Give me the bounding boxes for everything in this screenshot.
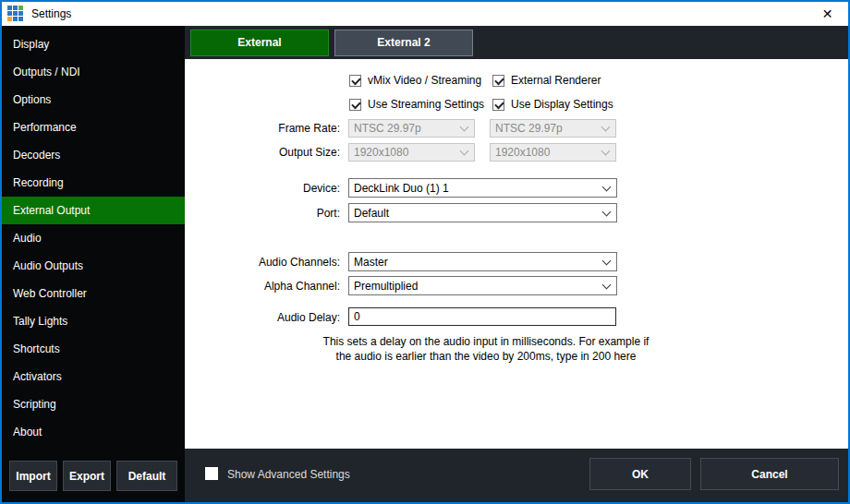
external-tabs-bar: External External 2 — [185, 26, 848, 59]
sidebar-item-decoders[interactable]: Decoders — [2, 141, 185, 169]
alpha-channel-label: Alpha Channel: — [185, 280, 340, 293]
sidebar-item-shortcuts[interactable]: Shortcuts — [2, 335, 185, 363]
sidebar-item-options[interactable]: Options — [2, 86, 185, 114]
import-button[interactable]: Import — [9, 461, 57, 491]
chevron-down-icon — [602, 207, 612, 216]
audio-channels-select[interactable]: Master — [348, 252, 617, 271]
close-icon[interactable]: ✕ — [807, 2, 848, 26]
cancel-button[interactable]: Cancel — [700, 458, 839, 490]
sidebar-item-recording[interactable]: Recording — [2, 169, 185, 197]
port-select[interactable]: Default — [348, 203, 617, 222]
show-advanced-settings-label: Show Advanced Settings — [227, 468, 350, 481]
sidebar-item-web-controller[interactable]: Web Controller — [2, 280, 185, 307]
sidebar-item-outputs-ndi[interactable]: Outputs / NDI — [2, 58, 185, 86]
sidebar-item-scripting[interactable]: Scripting — [2, 390, 185, 418]
audio-delay-input[interactable] — [348, 307, 616, 326]
export-button[interactable]: Export — [63, 461, 111, 491]
frame-rate-select-2: NTSC 29.97p — [490, 119, 616, 138]
vmix-logo-icon — [7, 6, 24, 22]
tab-external[interactable]: External — [190, 30, 329, 56]
window-title: Settings — [31, 7, 71, 20]
chevron-down-icon — [602, 280, 612, 289]
sidebar-item-activators[interactable]: Activators — [2, 363, 185, 390]
alpha-channel-select[interactable]: Premultiplied — [348, 276, 617, 295]
audio-delay-help-text: This sets a delay on the audio input in … — [314, 334, 658, 364]
audio-delay-label: Audio Delay: — [185, 311, 340, 324]
port-label: Port: — [185, 207, 340, 220]
vmix-video-streaming-label: vMix Video / Streaming — [368, 74, 481, 87]
sidebar-item-about[interactable]: About — [2, 418, 185, 446]
audio-channels-label: Audio Channels: — [185, 256, 340, 269]
chevron-down-icon — [460, 147, 469, 156]
sidebar-item-tally-lights[interactable]: Tally Lights — [2, 307, 185, 335]
sidebar-item-display[interactable]: Display — [2, 30, 185, 58]
chevron-down-icon — [602, 182, 612, 191]
use-streaming-settings-checkbox[interactable] — [349, 99, 361, 111]
sidebar-item-external-output[interactable]: External Output — [2, 197, 185, 224]
output-size-select-1: 1920x1080 — [348, 143, 475, 162]
sidebar-item-performance[interactable]: Performance — [2, 114, 185, 141]
use-display-settings-checkbox[interactable] — [492, 99, 504, 111]
sidebar-item-audio[interactable]: Audio — [2, 224, 185, 252]
vmix-video-streaming-checkbox[interactable] — [349, 75, 361, 87]
chevron-down-icon — [602, 256, 612, 265]
tab-external-2[interactable]: External 2 — [334, 30, 473, 56]
output-size-select-2: 1920x1080 — [490, 143, 616, 162]
output-size-label: Output Size: — [185, 146, 340, 159]
show-advanced-settings-checkbox[interactable] — [205, 467, 218, 480]
device-select[interactable]: DeckLink Duo (1) 1 — [348, 178, 617, 198]
chevron-down-icon — [601, 147, 611, 156]
frame-rate-select-1: NTSC 29.97p — [348, 119, 475, 138]
use-streaming-settings-label: Use Streaming Settings — [368, 98, 484, 111]
sidebar-item-audio-outputs[interactable]: Audio Outputs — [2, 252, 185, 280]
chevron-down-icon — [460, 123, 469, 132]
chevron-down-icon — [601, 123, 611, 132]
frame-rate-label: Frame Rate: — [185, 122, 340, 135]
device-label: Device: — [185, 182, 340, 195]
use-display-settings-label: Use Display Settings — [511, 98, 613, 111]
default-button[interactable]: Default — [116, 461, 177, 491]
external-output-form: vMix Video / Streaming External Renderer… — [185, 59, 848, 449]
ok-button[interactable]: OK — [589, 458, 691, 490]
external-renderer-label: External Renderer — [511, 74, 601, 87]
footer-bar: Show Advanced Settings OK Cancel — [185, 449, 848, 502]
titlebar: Settings ✕ — [2, 2, 848, 26]
external-renderer-checkbox[interactable] — [492, 75, 504, 87]
settings-sidebar: Display Outputs / NDI Options Performanc… — [2, 26, 185, 502]
settings-window: Settings ✕ Display Outputs / NDI Options… — [0, 0, 850, 504]
